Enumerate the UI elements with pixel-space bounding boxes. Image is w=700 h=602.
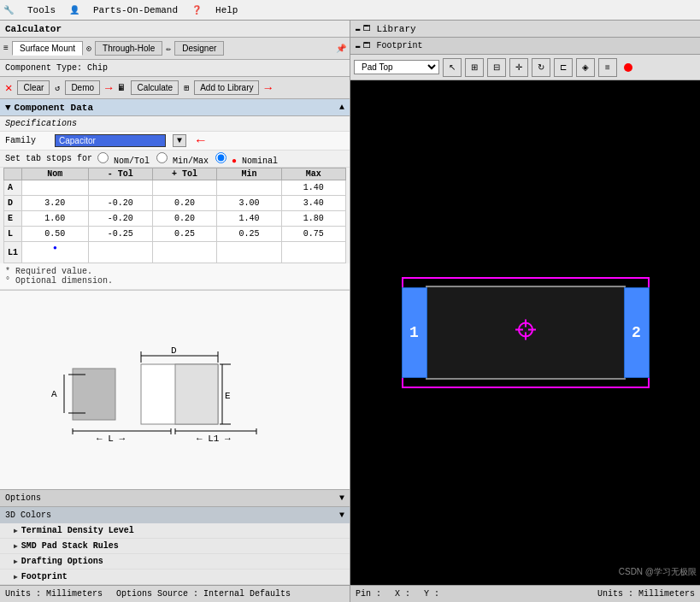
input-e-max[interactable]: [285, 214, 342, 223]
pad-left-label: 1: [409, 324, 419, 341]
pcb-canvas[interactable]: 1 2: [350, 80, 700, 585]
cell-l1-nom[interactable]: ●: [22, 242, 89, 263]
input-e-plus[interactable]: [156, 214, 213, 223]
options-bar[interactable]: Options ▼: [0, 489, 350, 506]
cell-d-minus[interactable]: [88, 196, 152, 211]
calculate-button[interactable]: Calculate: [131, 80, 179, 95]
section-up-icon[interactable]: ▲: [339, 103, 344, 112]
tab-surface-mount[interactable]: Surface Mount: [12, 41, 83, 56]
drafting-options-option[interactable]: Drafting Options: [0, 554, 350, 570]
cell-l-min[interactable]: [217, 227, 281, 242]
svg-text:A: A: [51, 389, 57, 399]
data-table-container: Nom - Tol + Tol Min Max A: [0, 168, 350, 263]
cell-a-min[interactable]: [217, 180, 281, 196]
cell-l-nom[interactable]: [22, 227, 89, 242]
cell-l1-minus[interactable]: [88, 242, 152, 263]
input-l1-plus[interactable]: [156, 248, 213, 257]
radio-min-max-input[interactable]: [156, 152, 168, 163]
input-l-plus[interactable]: [156, 229, 213, 239]
input-e-nom[interactable]: [26, 214, 85, 223]
input-l1-min[interactable]: [221, 248, 277, 257]
input-e-minus[interactable]: [92, 214, 149, 223]
cell-a-nom[interactable]: [22, 180, 89, 196]
input-a-plus[interactable]: [156, 183, 213, 192]
pad-top-select[interactable]: Pad Top: [354, 60, 439, 74]
collapse-icon[interactable]: ▼: [5, 103, 11, 113]
input-d-min[interactable]: [221, 198, 277, 208]
colors-label: 3D Colors: [5, 511, 51, 520]
radio-min-max[interactable]: Min/Max: [156, 152, 209, 166]
move-button[interactable]: ✛: [509, 58, 528, 77]
cell-e-nom[interactable]: [22, 211, 89, 227]
select-tool-button[interactable]: ↖: [443, 58, 462, 77]
cell-d-min[interactable]: [217, 196, 281, 211]
input-d-minus[interactable]: [92, 198, 149, 208]
menu-parts[interactable]: Parts-On-Demand: [93, 5, 178, 15]
input-a-minus[interactable]: [92, 183, 149, 192]
settings-button[interactable]: ≡: [598, 58, 617, 77]
menu-tools[interactable]: Tools: [27, 5, 56, 15]
action-row: ✕ Clear ↺ Demo → 🖩 Calculate ⊞ Add to Li…: [0, 77, 350, 99]
cell-l-max[interactable]: [281, 227, 345, 242]
radio-nom-tol-input[interactable]: [97, 152, 109, 163]
family-row: Family ▼ ←: [0, 132, 350, 150]
annotation-x-icon: ✕: [5, 80, 12, 95]
zoom-in-button[interactable]: ⊞: [465, 58, 484, 77]
input-d-nom[interactable]: [26, 198, 85, 208]
cell-l1-max[interactable]: [281, 242, 345, 263]
cell-d-nom[interactable]: [22, 196, 89, 211]
cell-e-minus[interactable]: [88, 211, 152, 227]
colors-expand-icon[interactable]: ▼: [339, 511, 344, 520]
radio-nominal[interactable]: ● Nominal: [215, 152, 278, 166]
cell-l-minus[interactable]: [88, 227, 152, 242]
cell-e-max[interactable]: [281, 211, 345, 227]
cell-a-plus[interactable]: [152, 180, 216, 196]
input-e-min[interactable]: [221, 214, 277, 223]
footprint-option[interactable]: Footprint: [0, 570, 350, 585]
input-l1-minus[interactable]: [92, 248, 149, 257]
tab-through-hole[interactable]: Through-Hole: [95, 41, 162, 56]
cell-d-plus[interactable]: [152, 196, 216, 211]
add-to-library-button[interactable]: Add to Library: [194, 80, 259, 95]
input-l-min[interactable]: [221, 229, 277, 239]
zoom-out-button[interactable]: ⊟: [487, 58, 506, 77]
pin-icon[interactable]: 📌: [336, 44, 346, 54]
arrow-icon: ⊞: [184, 83, 189, 93]
input-a-min[interactable]: [221, 183, 277, 192]
input-l-max[interactable]: [285, 229, 342, 239]
input-a-max[interactable]: [285, 183, 342, 192]
note-optional: ° Optional dimension.: [5, 276, 344, 286]
radio-nominal-input[interactable]: [215, 152, 226, 163]
cell-a-max[interactable]: [281, 180, 345, 196]
smd-pad-stack-option[interactable]: SMD Pad Stack Rules: [0, 539, 350, 554]
annotation-1: →: [105, 81, 112, 95]
cell-d-max[interactable]: [281, 196, 345, 211]
clear-button[interactable]: Clear: [17, 80, 50, 95]
input-l1-nom[interactable]: [26, 252, 85, 262]
cell-a-minus[interactable]: [88, 180, 152, 196]
rotate-button[interactable]: ↻: [532, 58, 550, 77]
input-a-nom[interactable]: [26, 183, 85, 192]
cell-l1-plus[interactable]: [152, 242, 216, 263]
radio-nom-tol[interactable]: Nom/Tol: [97, 152, 150, 166]
input-l-minus[interactable]: [92, 229, 149, 239]
menu-help[interactable]: Help: [215, 5, 238, 15]
3d-colors-bar[interactable]: 3D Colors ▼: [0, 506, 350, 523]
cell-l1-min[interactable]: [217, 242, 281, 263]
input-l-nom[interactable]: [26, 229, 85, 239]
table-row: A: [4, 180, 346, 196]
input-d-plus[interactable]: [156, 198, 213, 208]
tab-designer[interactable]: Designer: [174, 41, 224, 56]
mirror-button[interactable]: ⊏: [554, 58, 573, 77]
demo-button[interactable]: Demo: [65, 80, 100, 95]
layer-button[interactable]: ◈: [576, 58, 595, 77]
terminal-density-option[interactable]: Terminal Density Level: [0, 523, 350, 539]
cell-e-plus[interactable]: [152, 211, 216, 227]
cell-l-plus[interactable]: [152, 227, 216, 242]
input-l1-max[interactable]: [285, 248, 342, 257]
cell-e-min[interactable]: [217, 211, 281, 227]
dropdown-btn[interactable]: ▼: [173, 134, 186, 147]
options-expand-icon[interactable]: ▼: [339, 493, 344, 503]
input-d-max[interactable]: [285, 198, 342, 208]
family-input[interactable]: [55, 134, 166, 147]
